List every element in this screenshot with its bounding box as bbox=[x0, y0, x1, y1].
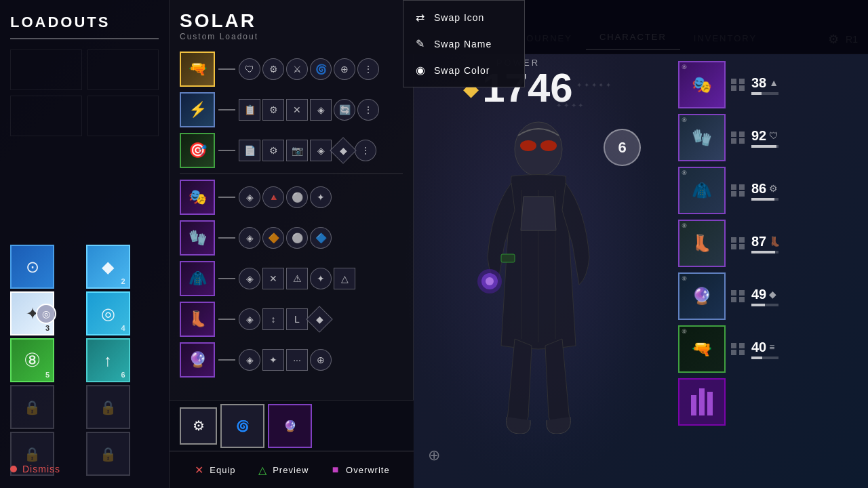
dismiss-dot bbox=[10, 466, 17, 472]
equip-icon-2[interactable]: ⚡ bbox=[180, 92, 215, 127]
stat-num-1: 38 bbox=[751, 75, 766, 91]
preview-button[interactable]: △ Preview bbox=[256, 464, 309, 476]
right-item-6[interactable]: ⑧ 🔫 bbox=[678, 325, 726, 373]
perk-3-3[interactable]: 📷 bbox=[286, 140, 308, 161]
perk-1-1[interactable]: 🛡 bbox=[239, 58, 260, 80]
perk-2-4[interactable]: ◈ bbox=[310, 99, 332, 121]
perk-1-6[interactable]: ⋮ bbox=[357, 58, 379, 80]
equip-icon-6[interactable]: 🧥 bbox=[180, 261, 215, 296]
perk-8-3[interactable]: ··· bbox=[286, 349, 308, 371]
loadout-cell-7[interactable]: 🔒 bbox=[10, 385, 54, 429]
perk-5-1[interactable]: ◈ bbox=[239, 227, 260, 249]
loadout-cell-1[interactable]: ⊙ bbox=[10, 245, 54, 289]
perk-1-5[interactable]: ⊕ bbox=[334, 58, 355, 80]
right-item-5[interactable]: ⑧ 🔮 bbox=[678, 272, 726, 320]
perk-8-4[interactable]: ⊕ bbox=[310, 349, 332, 371]
equip-icon-4[interactable]: 🎭 bbox=[180, 180, 215, 215]
perk-7-3[interactable]: L bbox=[286, 308, 308, 330]
perk-3-6[interactable]: ⋮ bbox=[355, 140, 376, 161]
purple-bar-2 bbox=[699, 388, 705, 415]
right-item-2-corner: ⑧ bbox=[682, 117, 687, 123]
perk-1-3[interactable]: ⚔ bbox=[286, 58, 308, 80]
loadout-cell-6[interactable]: ↑ 6 bbox=[86, 338, 130, 382]
swap-icon-item[interactable]: ⇄ Swap Icon bbox=[403, 4, 524, 30]
equip-icon-1[interactable]: 🔫 bbox=[180, 52, 215, 87]
dismiss-button[interactable]: Dismiss bbox=[10, 464, 60, 474]
right-item-5-icon: 🔮 bbox=[692, 287, 712, 306]
perk-2-2[interactable]: ⚙ bbox=[262, 99, 284, 121]
perk-5-4[interactable]: 🔷 bbox=[310, 227, 332, 249]
perk-7-1[interactable]: ◈ bbox=[239, 308, 260, 330]
equip-icon-8[interactable]: 🔮 bbox=[180, 342, 215, 378]
perk-1-2[interactable]: ⚙ bbox=[262, 58, 284, 80]
perk-2-6[interactable]: ⋮ bbox=[357, 99, 379, 121]
sep-5 bbox=[218, 237, 235, 239]
perk-6-1[interactable]: ◈ bbox=[239, 268, 260, 289]
purple-bar-1 bbox=[691, 395, 696, 415]
right-item-6-dots bbox=[731, 343, 746, 355]
perk-4-2[interactable]: 🔺 bbox=[262, 186, 284, 208]
perk-6-5[interactable]: △ bbox=[334, 268, 355, 289]
loadout-cell-3[interactable]: ✦ 3 ◎ bbox=[10, 291, 54, 336]
equip-icon-7[interactable]: 👢 bbox=[180, 302, 215, 337]
perk-2-3[interactable]: ✕ bbox=[286, 99, 308, 121]
loadout-cell-8[interactable]: 🔒 bbox=[86, 385, 130, 429]
equipment-row-7: 👢 ◈ ↕ L ◆ bbox=[180, 302, 403, 337]
right-item-3[interactable]: ⑧ 🧥 bbox=[678, 167, 726, 214]
perk-2-1[interactable]: 📋 bbox=[239, 99, 260, 121]
equip-icon-5[interactable]: 🧤 bbox=[180, 220, 215, 256]
cell-5-number: 5 bbox=[45, 371, 50, 379]
perk-6-3[interactable]: ⚠ bbox=[286, 268, 308, 289]
right-item-1[interactable]: ⑧ 🎭 bbox=[678, 61, 726, 108]
right-item-4-dots bbox=[731, 237, 746, 249]
perk-3-4[interactable]: ◈ bbox=[310, 140, 332, 161]
perk-1-4[interactable]: 🌀 bbox=[310, 58, 332, 80]
equip-icon-6-bg: 🧥 bbox=[181, 262, 214, 295]
bottom-item-3[interactable]: 🔮 bbox=[268, 404, 312, 448]
right-item-1-dots bbox=[731, 79, 746, 91]
loadout-cell-5[interactable]: ⑧ 5 bbox=[10, 338, 54, 382]
swap-color-item[interactable]: ◉ Swap Color bbox=[403, 57, 524, 83]
bottom-item-1-icon: ⚙ bbox=[193, 418, 205, 434]
perk-4-4[interactable]: ✦ bbox=[310, 186, 332, 208]
equip-icon-3[interactable]: 🎯 bbox=[180, 133, 215, 168]
perk-5-3[interactable]: ⚪ bbox=[286, 227, 308, 249]
equipment-row-4: 🎭 ◈ 🔺 ⚪ ✦ bbox=[180, 180, 403, 215]
right-item-2[interactable]: ⑧ 🧤 bbox=[678, 114, 726, 161]
lock-icon-8: 🔒 bbox=[100, 399, 117, 415]
bottom-item-2[interactable]: 🌀 bbox=[220, 404, 264, 448]
bottom-row: ⚙ 🌀 🔮 bbox=[170, 400, 414, 451]
overwrite-square-icon: ■ bbox=[330, 464, 342, 476]
equipment-row-1: 🔫 🛡 ⚙ ⚔ 🌀 ⊕ ⋮ bbox=[180, 52, 403, 87]
perk-7-4[interactable]: ◆ bbox=[306, 306, 333, 333]
perk-4-1[interactable]: ◈ bbox=[239, 186, 260, 208]
swap-name-item[interactable]: ✎ Swap Name bbox=[403, 30, 524, 57]
perk-icons-1: 🛡 ⚙ ⚔ 🌀 ⊕ ⋮ bbox=[239, 58, 379, 80]
perk-2-5[interactable]: 🔄 bbox=[334, 99, 355, 121]
right-item-3-dots bbox=[731, 184, 746, 197]
perk-7-2[interactable]: ↕ bbox=[262, 308, 284, 330]
loadout-cell-4[interactable]: ◎ 4 bbox=[86, 291, 130, 336]
perk-8-1[interactable]: ◈ bbox=[239, 349, 260, 371]
overwrite-button[interactable]: ■ Overwrite bbox=[330, 464, 390, 476]
bottom-item-1[interactable]: ⚙ bbox=[180, 407, 217, 445]
svg-rect-6 bbox=[501, 254, 515, 262]
perk-4-3[interactable]: ⚪ bbox=[286, 186, 308, 208]
equip-label: Equip bbox=[210, 465, 235, 475]
perk-3-5[interactable]: ◆ bbox=[330, 137, 357, 164]
right-slot-1: ⑧ 🎭 38 ▲ bbox=[678, 61, 861, 108]
perk-8-2[interactable]: ✦ bbox=[262, 349, 284, 371]
perk-6-4[interactable]: ✦ bbox=[310, 268, 332, 289]
equip-button[interactable]: ✕ Equip bbox=[193, 464, 235, 476]
perk-3-1[interactable]: 📄 bbox=[239, 140, 260, 161]
perk-5-2[interactable]: 🔶 bbox=[262, 227, 284, 249]
right-item-4[interactable]: ⑧ 👢 bbox=[678, 220, 726, 267]
right-bottom-slot[interactable] bbox=[678, 378, 726, 426]
loadout-name: SOLAR bbox=[180, 10, 403, 32]
loadout-cell-2[interactable]: ◆ 2 bbox=[86, 245, 130, 289]
perk-6-2[interactable]: ✕ bbox=[262, 268, 284, 289]
perk-3-2[interactable]: ⚙ bbox=[262, 140, 284, 161]
stat-num-4: 87 bbox=[751, 234, 766, 249]
loadout-cell-10[interactable]: 🔒 bbox=[86, 432, 130, 476]
stat-bar-4 bbox=[751, 251, 778, 253]
